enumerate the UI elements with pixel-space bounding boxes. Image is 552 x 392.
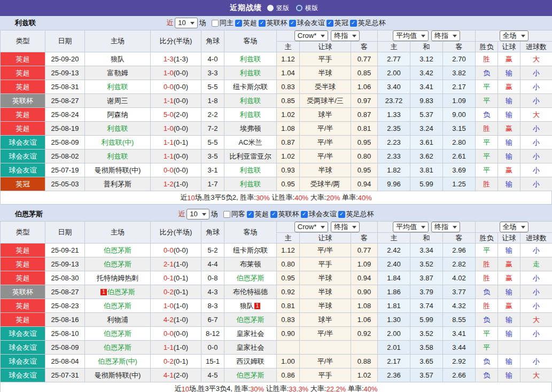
radio-unselected-icon[interactable] xyxy=(296,5,302,11)
final-odds-select[interactable]: 终指 xyxy=(331,222,360,232)
match-date: 25-08-02 xyxy=(45,150,85,163)
let-line: 平/半 xyxy=(300,355,351,369)
same-venue-checkbox[interactable] xyxy=(223,211,230,218)
result-handicap: 输 xyxy=(498,327,520,341)
league-checkbox[interactable]: ✓ xyxy=(247,211,254,218)
league-checkbox[interactable]: ✓ xyxy=(270,211,277,218)
euro-draw-odds: 3.52 xyxy=(410,257,443,271)
league-checkbox[interactable]: ✓ xyxy=(326,20,333,27)
league-checkbox[interactable]: ✓ xyxy=(301,211,308,218)
full-score: 2-1 xyxy=(164,260,174,268)
radio-selected-icon[interactable] xyxy=(267,5,274,11)
corner-score: 5-5 xyxy=(201,136,224,150)
corner-score: 5-5 xyxy=(201,80,224,94)
home-team: 谢周三 xyxy=(85,94,151,108)
score-cell: 1-0(0-0) xyxy=(151,66,201,80)
same-venue-group: 同主 xyxy=(212,18,234,28)
average-odds-select-value: 平均值 xyxy=(396,223,417,231)
home-team-name: 狼队 xyxy=(111,55,125,63)
let-away-odds: 0.95 xyxy=(351,163,378,177)
league-checkbox[interactable]: ✓ xyxy=(259,20,266,27)
chevron-down-icon xyxy=(421,226,425,229)
sub-column-header: 客 xyxy=(351,233,378,244)
euro-draw-odds: 3.42 xyxy=(410,66,443,80)
average-odds-select[interactable]: 平均值 xyxy=(393,30,429,41)
league-label: 英联杯 xyxy=(267,18,287,28)
full-score: 1-1 xyxy=(164,97,174,105)
summary-segment: 大率: xyxy=(308,193,326,202)
summary-segment: 30% xyxy=(250,385,264,392)
recent-count-select[interactable]: 10 xyxy=(175,18,197,28)
full-score: 0-1 xyxy=(164,274,174,282)
let-home-odds xyxy=(277,341,300,355)
result-handicap: 输 xyxy=(498,94,520,108)
league-type-badge: 球会友谊 xyxy=(1,163,45,177)
layout-radio-horizontal-label[interactable]: 横版 xyxy=(305,4,318,13)
scope-select-value: 全场 xyxy=(503,32,517,40)
odds-select-group: Crow*终指 xyxy=(277,30,378,42)
match-row: 英超25-08-31利兹联0-0(0-0)5-5纽卡斯尔联0.83受半球1.06… xyxy=(1,80,552,94)
scope-select[interactable]: 全场 xyxy=(500,222,528,232)
match-date: 25-08-27 xyxy=(45,285,85,299)
euro-away-odds: 1.25 xyxy=(443,177,476,191)
result-handicap: 赢 xyxy=(498,271,520,285)
result-wdl: 平 xyxy=(476,341,498,355)
home-team-name: 伯恩茅斯 xyxy=(104,302,131,310)
match-date: 25-05-03 xyxy=(45,177,85,191)
games-unit-label: 场 xyxy=(199,18,206,28)
result-wdl: 胜 xyxy=(476,299,498,313)
league-type-badge: 英超 xyxy=(1,122,45,136)
match-row: 球会友谊25-08-02利兹联1-1(0-0)3-5比利亚雷亚尔1.02平/半0… xyxy=(1,150,552,163)
home-team-name: 伯恩茅斯 xyxy=(107,288,135,296)
sub-column-header: 进球数 xyxy=(520,233,552,244)
summary-row: 近10场,胜3平5负2, 胜率:30% 让胜率:40% 大率:20% 单率:40… xyxy=(0,191,552,205)
scope-select[interactable]: 全场 xyxy=(500,30,528,41)
recent-count-select[interactable]: 10 xyxy=(186,209,209,219)
match-row: 英超25-08-23伯恩茅斯1-0(1-0)8-3狼队10.81半球1.081.… xyxy=(1,299,552,313)
let-line xyxy=(300,341,351,355)
half-score: (0-1) xyxy=(174,138,188,146)
summary-segment: 近 xyxy=(180,193,187,202)
euro-home-odds: 2.01 xyxy=(378,341,410,355)
euro-draw-odds: 3.34 xyxy=(410,244,443,257)
layout-radio-vertical-label[interactable]: 竖版 xyxy=(276,4,289,13)
team-name: 伯恩茅斯 xyxy=(15,209,43,219)
sub-column-header: 和 xyxy=(410,233,443,244)
league-checkbox[interactable]: ✓ xyxy=(338,211,345,218)
euro-home-odds: 3.40 xyxy=(378,80,410,94)
result-goals: 大 xyxy=(520,313,552,327)
final-odds-select[interactable]: 终指 xyxy=(331,30,360,41)
home-team: 利兹联 xyxy=(85,80,151,94)
let-line: 受半球 xyxy=(300,80,351,94)
score-cell: 0-0(0-0) xyxy=(151,80,201,94)
half-score: (0-1) xyxy=(174,274,188,282)
away-team-name: 利兹联 xyxy=(240,97,261,105)
check-icon: ✓ xyxy=(236,20,240,26)
final-euro-select-value: 终指 xyxy=(434,223,448,231)
corner-score: 0-8 xyxy=(201,271,224,285)
league-checkbox[interactable]: ✓ xyxy=(350,20,357,27)
league-checkbox[interactable]: ✓ xyxy=(289,20,296,27)
away-team-name: 伯恩茅斯 xyxy=(237,274,265,282)
away-team-name: 皇家社会 xyxy=(237,343,265,351)
home-team: 1伯恩茅斯 xyxy=(85,285,151,299)
euro-draw-odds: 3.87 xyxy=(410,271,443,285)
league-checkbox[interactable]: ✓ xyxy=(235,20,242,27)
result-handicap: 赢 xyxy=(498,163,520,177)
result-wdl: 平 xyxy=(476,94,498,108)
let-away-odds: 0.90 xyxy=(351,285,378,299)
odds-source-select[interactable]: Crow* xyxy=(294,30,328,41)
average-odds-select[interactable]: 平均值 xyxy=(393,222,429,232)
match-date: 25-09-20 xyxy=(45,52,85,66)
sub-column-header: 进球数 xyxy=(520,42,552,52)
let-home-odds: 0.80 xyxy=(277,257,300,271)
odds-source-select[interactable]: Crow* xyxy=(294,222,328,232)
same-venue-checkbox[interactable] xyxy=(212,20,219,27)
home-team: 富勒姆 xyxy=(85,66,151,80)
let-line: 平/半 xyxy=(300,136,351,150)
summary-segment: 大率: xyxy=(308,384,326,392)
final-euro-select[interactable]: 终指 xyxy=(431,222,460,232)
half-score: (1-0) xyxy=(174,316,188,324)
final-euro-select[interactable]: 终指 xyxy=(431,30,460,41)
match-date: 25-09-13 xyxy=(45,66,85,80)
